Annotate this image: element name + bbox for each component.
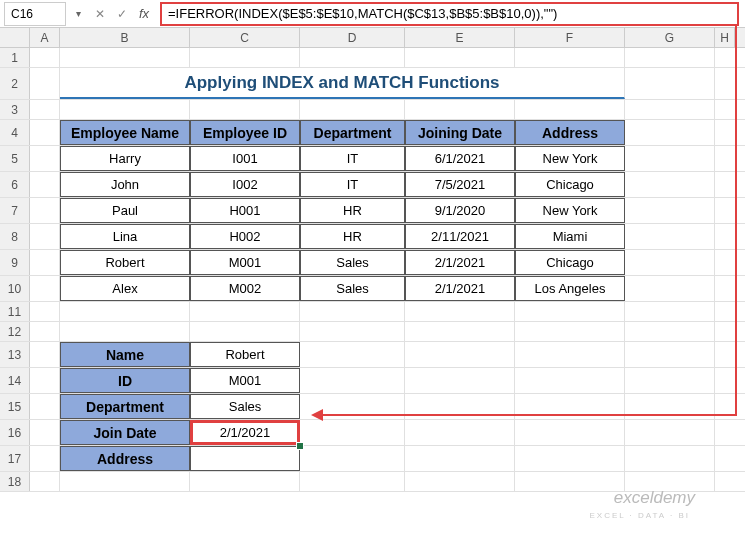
cell[interactable] [60,48,190,67]
cell[interactable] [405,322,515,341]
table-cell[interactable]: IT [300,146,405,171]
lookup-value[interactable] [190,446,300,471]
cell[interactable] [30,172,60,197]
table-cell[interactable]: Paul [60,198,190,223]
table-cell[interactable]: New York [515,198,625,223]
table-header[interactable]: Joining Date [405,120,515,145]
cell[interactable] [625,198,715,223]
cell[interactable] [30,446,60,471]
cell[interactable] [405,100,515,119]
row-header-10[interactable]: 10 [0,276,30,301]
table-cell[interactable]: M001 [190,250,300,275]
table-cell[interactable]: H002 [190,224,300,249]
row-header-8[interactable]: 8 [0,224,30,249]
cell[interactable] [405,446,515,471]
cell[interactable] [625,446,715,471]
table-cell[interactable]: 2/1/2021 [405,276,515,301]
insert-function-icon[interactable]: fx [134,4,154,24]
cell[interactable] [300,420,405,445]
row-header-15[interactable]: 15 [0,394,30,419]
cell[interactable] [30,48,60,67]
table-cell[interactable]: Chicago [515,250,625,275]
cell[interactable] [625,224,715,249]
cell[interactable] [60,100,190,119]
table-cell[interactable]: I001 [190,146,300,171]
table-cell[interactable]: Alex [60,276,190,301]
cell[interactable] [30,146,60,171]
cancel-formula-icon[interactable]: ✕ [90,4,110,24]
col-header-d[interactable]: D [300,28,405,47]
row-header-4[interactable]: 4 [0,120,30,145]
row-header-13[interactable]: 13 [0,342,30,367]
lookup-label[interactable]: ID [60,368,190,393]
row-header-6[interactable]: 6 [0,172,30,197]
select-all-corner[interactable] [0,28,30,47]
row-header-1[interactable]: 1 [0,48,30,67]
cell[interactable] [30,120,60,145]
cell[interactable] [515,48,625,67]
cell[interactable] [300,322,405,341]
cell[interactable] [60,472,190,491]
cell[interactable] [190,48,300,67]
selected-cell-c16[interactable]: 2/1/2021 [190,420,300,445]
row-header-17[interactable]: 17 [0,446,30,471]
table-cell[interactable]: Sales [300,250,405,275]
cell[interactable] [625,322,715,341]
cell[interactable] [625,342,715,367]
lookup-value[interactable]: M001 [190,368,300,393]
cell[interactable] [30,322,60,341]
cell[interactable] [30,420,60,445]
cell[interactable] [625,420,715,445]
table-cell[interactable]: Miami [515,224,625,249]
cell[interactable] [515,302,625,321]
lookup-label[interactable]: Department [60,394,190,419]
table-cell[interactable]: 2/11/2021 [405,224,515,249]
cell[interactable] [405,420,515,445]
cell[interactable] [625,48,715,67]
cell[interactable] [625,100,715,119]
table-cell[interactable]: I002 [190,172,300,197]
row-header-3[interactable]: 3 [0,100,30,119]
cell[interactable] [300,446,405,471]
fill-handle[interactable] [296,442,304,450]
col-header-h[interactable]: H [715,28,735,47]
table-cell[interactable]: Lina [60,224,190,249]
table-cell[interactable]: Chicago [515,172,625,197]
cell[interactable] [515,342,625,367]
cell[interactable] [190,302,300,321]
name-box[interactable]: C16 [4,2,66,26]
table-cell[interactable]: Los Angeles [515,276,625,301]
cell[interactable] [30,302,60,321]
cell[interactable] [625,276,715,301]
cell[interactable] [405,342,515,367]
cell[interactable] [300,368,405,393]
table-cell[interactable]: IT [300,172,405,197]
table-cell[interactable]: M002 [190,276,300,301]
cell[interactable] [300,100,405,119]
cell[interactable] [625,250,715,275]
table-cell[interactable]: Robert [60,250,190,275]
row-header-14[interactable]: 14 [0,368,30,393]
cell[interactable] [405,368,515,393]
cell[interactable] [60,302,190,321]
cell[interactable] [30,394,60,419]
cell[interactable] [30,342,60,367]
accept-formula-icon[interactable]: ✓ [112,4,132,24]
lookup-label[interactable]: Name [60,342,190,367]
col-header-a[interactable]: A [30,28,60,47]
cell[interactable] [30,68,60,99]
row-header-16[interactable]: 16 [0,420,30,445]
formula-bar[interactable]: =IFERROR(INDEX($E$5:$E$10,MATCH($C$13,$B… [160,2,739,26]
cell[interactable] [625,368,715,393]
cell[interactable] [30,368,60,393]
row-header-11[interactable]: 11 [0,302,30,321]
cell[interactable] [190,322,300,341]
cell[interactable] [515,472,625,491]
cell[interactable] [405,48,515,67]
table-cell[interactable]: Sales [300,276,405,301]
cell[interactable] [300,48,405,67]
cell[interactable] [30,100,60,119]
cell[interactable] [515,368,625,393]
col-header-g[interactable]: G [625,28,715,47]
row-header-5[interactable]: 5 [0,146,30,171]
